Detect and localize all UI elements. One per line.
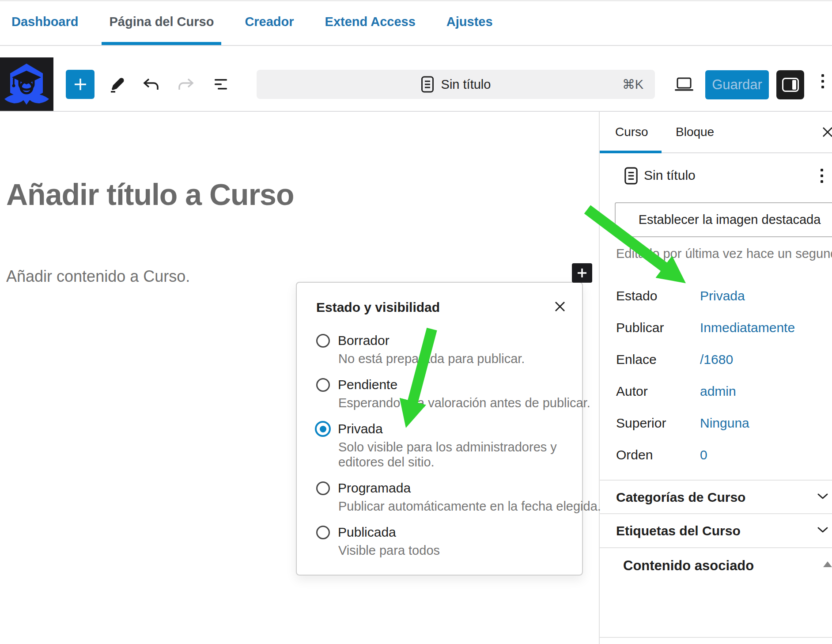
radio-button[interactable]: [316, 526, 330, 539]
list-view-icon: [215, 78, 230, 91]
radio-row[interactable]: Programada: [316, 479, 567, 497]
divider: [600, 637, 832, 638]
nav-tab-creador[interactable]: Creador: [237, 1, 301, 45]
radio-button-selected[interactable]: [315, 421, 331, 437]
field-estado: Estado Privada: [600, 280, 832, 312]
radio-row[interactable]: Publicada: [316, 523, 567, 541]
edit-mode-button[interactable]: [102, 70, 131, 99]
command-search-bar[interactable]: Sin título ⌘K: [257, 70, 655, 99]
kebab-menu-icon: [821, 74, 824, 77]
section-contenido-asociado[interactable]: Contenido asociado: [600, 548, 832, 636]
redo-button[interactable]: [171, 70, 200, 99]
radio-row[interactable]: Privada: [316, 420, 567, 438]
nav-tab-label: Página del Curso: [109, 15, 214, 29]
set-featured-image-button[interactable]: Establecer la imagen destacada: [615, 202, 832, 237]
status-visibility-popup: Estado y visibilidad Borrador No está pr…: [296, 282, 583, 576]
section-label: Etiquetas del Curso: [616, 523, 741, 538]
field-value-link[interactable]: /1680: [700, 352, 733, 367]
nav-tab-dashboard[interactable]: Dashboard: [4, 1, 86, 45]
block-inserter-plus-button[interactable]: [572, 263, 592, 283]
chevron-down-icon: [817, 527, 828, 535]
list-view-button[interactable]: [208, 70, 237, 99]
option-description: Esperando a la valoración antes de publi…: [338, 395, 567, 410]
field-label: Superior: [616, 416, 700, 431]
close-icon: [554, 300, 566, 313]
tab-bloque[interactable]: Bloque: [676, 112, 714, 152]
graduation-cap-hexagon-icon: [0, 57, 53, 111]
settings-sidebar: Curso Bloque Sin título Establecer la im…: [599, 112, 832, 644]
radio-button[interactable]: [316, 378, 330, 392]
option-label: Privada: [338, 421, 383, 436]
field-label: Enlace: [616, 352, 700, 367]
option-pendiente: Pendiente Esperando a la valoración ante…: [316, 376, 567, 410]
radio-button[interactable]: [316, 481, 330, 495]
section-label: Contenido asociado: [623, 558, 754, 574]
option-label: Pendiente: [338, 377, 397, 392]
last-edited-note: Editado por última vez hace un segundo.: [616, 246, 832, 261]
post-title-placeholder[interactable]: Añadir título a Curso: [6, 177, 294, 212]
option-programada: Programada Publicar automáticamente en l…: [316, 479, 567, 514]
settings-sidebar-toggle[interactable]: [776, 70, 804, 99]
triangle-up-icon: [823, 561, 832, 567]
popup-close-button[interactable]: [551, 298, 569, 315]
plus-icon: [72, 76, 88, 92]
site-logo[interactable]: [0, 57, 53, 111]
kebab-menu-icon: [821, 169, 823, 171]
sidebar-close-button[interactable]: [819, 123, 832, 141]
field-enlace: Enlace /1680: [600, 344, 832, 375]
radio-row[interactable]: Pendiente: [316, 376, 567, 394]
field-value-link[interactable]: Ninguna: [700, 416, 749, 431]
document-title: Sin título: [441, 77, 491, 92]
active-tab-underline: [600, 151, 662, 153]
option-borrador: Borrador No está preparada para publicar…: [316, 332, 567, 366]
nav-tab-label: Ajustes: [446, 15, 493, 29]
field-value-link[interactable]: 0: [700, 447, 707, 462]
section-etiquetas-del-curso[interactable]: Etiquetas del Curso: [600, 514, 832, 548]
document-summary-row: Sin título: [600, 154, 832, 198]
section-categorias-de-curso[interactable]: Categorías de Curso: [600, 481, 832, 514]
document-icon: [624, 167, 638, 187]
options-menu-button[interactable]: [821, 74, 824, 88]
field-orden: Orden 0: [600, 439, 832, 471]
field-label: Orden: [616, 447, 700, 462]
option-description: Solo visible para los administradores y …: [338, 439, 567, 470]
field-value-link[interactable]: admin: [700, 384, 736, 399]
field-publicar: Publicar Inmediatamente: [600, 312, 832, 344]
radio-row[interactable]: Borrador: [316, 332, 567, 349]
shortcut-hint: ⌘K: [622, 77, 643, 92]
field-value-link[interactable]: Privada: [700, 288, 745, 303]
field-value-link[interactable]: Inmediatamente: [700, 320, 795, 335]
laptop-icon: [675, 77, 693, 91]
admin-nav: Dashboard Página del Curso Creador Exten…: [0, 0, 832, 46]
chevron-down-icon: [817, 493, 828, 502]
option-publicada: Publicada Visible para todos: [316, 523, 567, 558]
preview-button[interactable]: [669, 70, 699, 99]
visibility-options: Borrador No está preparada para publicar…: [316, 332, 567, 558]
pencil-icon: [108, 76, 125, 93]
plus-icon: [576, 267, 588, 279]
field-label: Autor: [616, 384, 700, 399]
option-description: Publicar automáticamente en la fecha ele…: [338, 499, 567, 514]
save-button[interactable]: Guardar: [705, 70, 769, 99]
block-inserter-button[interactable]: [66, 70, 95, 99]
nav-tab-label: Creador: [245, 15, 294, 29]
option-label: Borrador: [338, 333, 390, 348]
radio-button[interactable]: [316, 334, 330, 348]
nav-tab-pagina-del-curso[interactable]: Página del Curso: [102, 1, 221, 45]
option-description: Visible para todos: [338, 543, 567, 558]
field-autor: Autor admin: [600, 375, 832, 407]
document-fields: Estado Privada Publicar Inmediatamente E…: [600, 280, 832, 471]
undo-button[interactable]: [136, 70, 166, 99]
field-label: Estado: [616, 288, 700, 303]
post-body-placeholder[interactable]: Añadir contenido a Curso.: [6, 267, 190, 286]
sidebar-tabs: Curso Bloque: [600, 112, 832, 153]
field-label: Publicar: [616, 320, 700, 335]
nav-tab-ajustes[interactable]: Ajustes: [439, 1, 500, 45]
close-icon: [821, 126, 832, 138]
sidebar-toggle-icon: [782, 78, 799, 92]
nav-tab-label: Extend Access: [325, 15, 416, 29]
document-actions-button[interactable]: [821, 169, 823, 183]
nav-tab-extend-access[interactable]: Extend Access: [318, 1, 423, 45]
nav-tab-label: Dashboard: [11, 15, 78, 29]
tab-curso[interactable]: Curso: [615, 112, 648, 152]
